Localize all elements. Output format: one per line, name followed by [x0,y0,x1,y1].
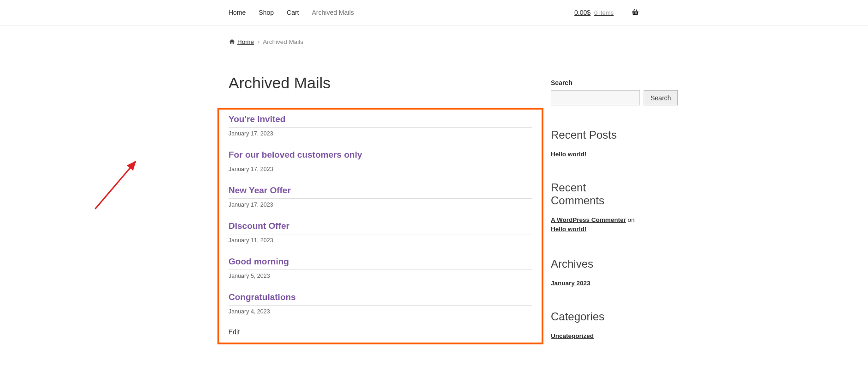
post-date: January 4, 2023 [229,308,532,315]
top-nav: Home Shop Cart Archived Mails [229,9,354,16]
post-item: Discount Offer January 11, 2023 [229,221,532,244]
annotation-arrow [91,153,147,218]
category-link[interactable]: Uncategorized [551,332,594,339]
on-text: on [626,216,635,223]
categories-widget: Categories Uncategorized [551,310,639,340]
post-link[interactable]: Discount Offer [229,221,289,231]
recent-comments-widget: Recent Comments A WordPress Commenter on… [551,181,639,234]
sidebar: Search Search Recent Posts Hello world! … [551,38,639,363]
svg-line-4 [95,162,135,209]
categories-title: Categories [551,310,639,323]
archives-widget: Archives January 2023 [551,257,639,287]
edit-link[interactable]: Edit [229,328,240,336]
recent-posts-title: Recent Posts [551,129,639,141]
breadcrumb-current: Archived Mails [263,38,303,45]
page-title: Archived Mails [229,74,532,92]
breadcrumb: Home › Archived Mails [229,38,532,46]
search-input[interactable] [551,90,640,105]
post-item: Congratulations January 4, 2023 [229,292,532,315]
post-link[interactable]: You're Invited [229,114,285,124]
post-date: January 17, 2023 [229,130,532,137]
search-widget: Search Search [551,79,639,105]
post-date: January 17, 2023 [229,202,532,208]
cart-link[interactable]: 0.00$ 0 items [574,8,639,17]
post-date: January 17, 2023 [229,166,532,172]
post-item: New Year Offer January 17, 2023 [229,185,532,208]
cart-amount: 0.00$ [574,9,591,16]
recent-post-link[interactable]: Hello world! [551,151,586,158]
post-date: January 5, 2023 [229,273,532,279]
post-link[interactable]: Congratulations [229,292,296,302]
post-item: For our beloved customers only January 1… [229,150,532,172]
home-icon [229,38,235,46]
recent-comments-title: Recent Comments [551,181,639,207]
recent-posts-widget: Recent Posts Hello world! [551,129,639,158]
archive-link[interactable]: January 2023 [551,280,591,287]
post-link[interactable]: Good morning [229,257,289,266]
highlighted-posts-box: You're Invited January 17, 2023 For our … [217,108,543,344]
nav-shop[interactable]: Shop [259,9,274,16]
post-link[interactable]: For our beloved customers only [229,150,362,159]
post-date: January 11, 2023 [229,237,532,244]
cart-items-count: 0 items [594,9,614,16]
post-link[interactable]: New Year Offer [229,185,291,195]
nav-cart[interactable]: Cart [287,9,299,16]
comment-post-link[interactable]: Hello world! [551,226,586,233]
nav-home[interactable]: Home [229,9,246,16]
search-label: Search [551,79,639,86]
commenter-link[interactable]: A WordPress Commenter [551,216,626,223]
post-item: You're Invited January 17, 2023 [229,114,532,137]
breadcrumb-home[interactable]: Home [237,38,254,45]
post-item: Good morning January 5, 2023 [229,257,532,279]
nav-archived-mails[interactable]: Archived Mails [312,9,354,16]
search-button[interactable]: Search [644,90,678,105]
breadcrumb-separator: › [258,38,260,45]
archives-title: Archives [551,257,639,270]
basket-icon [631,8,639,17]
